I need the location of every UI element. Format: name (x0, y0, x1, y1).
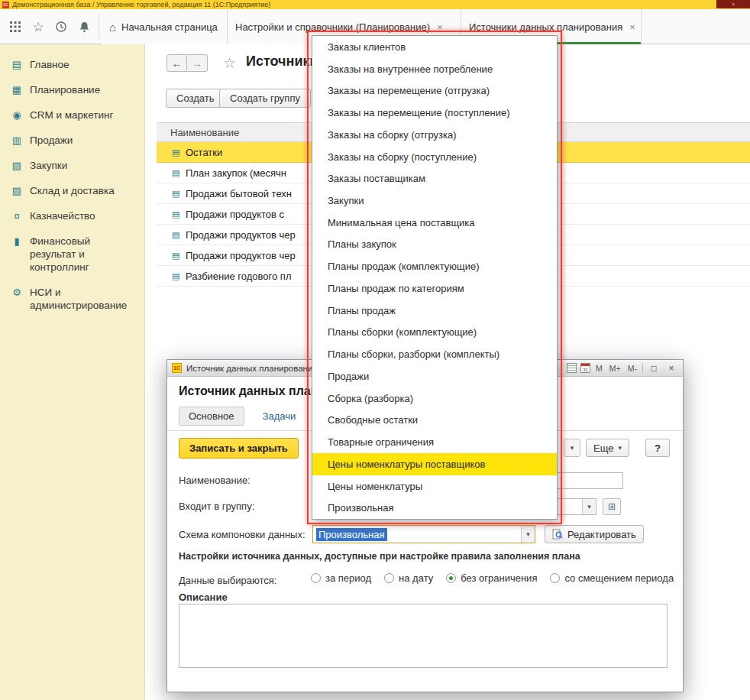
dropdown-item[interactable]: Планы сборки, разборки (комплекты) (312, 343, 557, 365)
row-label: Продажи бытовой техн (186, 188, 292, 199)
sidebar-item-sales[interactable]: ▥Продажи (0, 128, 144, 153)
spreadsheet-icon[interactable] (567, 363, 577, 373)
dropdown-item[interactable]: Заказы на сборку (поступление) (312, 146, 557, 168)
dropdown-item[interactable]: Цены номенклатуры (312, 475, 557, 497)
tab-close-icon[interactable]: × (629, 21, 635, 33)
back-button[interactable]: ← (166, 54, 187, 72)
radio-na-datu[interactable]: на дату (384, 572, 433, 584)
dropdown-item[interactable]: Планы продаж (312, 300, 557, 322)
dropdown-item[interactable]: Сборка (разборка) (312, 387, 557, 410)
sidebar-item-label: Главное (30, 58, 70, 71)
save-and-close-button[interactable]: Записать и закрыть (179, 438, 299, 459)
window-close-button[interactable]: × (716, 0, 750, 8)
tab-home-label: Начальная страница (121, 21, 218, 33)
dropdown-item[interactable]: Планы продаж (комплектующие) (312, 255, 557, 277)
dropdown-item[interactable]: Товарные ограничения (312, 431, 557, 453)
sidebar-item-label: Финансовый результат и контроллинг (30, 235, 138, 274)
chevron-down-icon: ▾ (618, 444, 622, 452)
sidebar-item-treasury[interactable]: ¤Казначейство (0, 203, 144, 228)
toolbar-separator (99, 14, 99, 40)
restore-window-icon[interactable]: □ (647, 362, 661, 374)
dropdown-item[interactable]: Заказы на перемещение (поступление) (312, 102, 557, 124)
edit-magnifier-icon (552, 529, 563, 540)
row-label: Остатки (186, 147, 222, 158)
group-dropdown-arrow-icon[interactable]: ▾ (582, 499, 596, 514)
dropdown-item[interactable]: Заказы на внутреннее потребление (312, 58, 557, 80)
favorites-icon[interactable]: ☆ (29, 18, 47, 36)
planning-section-icon: ▦ (11, 83, 23, 96)
dropdown-item[interactable]: Закупки (312, 190, 557, 212)
form-tab-tasks[interactable]: Задачи (263, 410, 296, 422)
row-label: Продажи продуктов чер (186, 229, 296, 241)
dropdown-item[interactable]: Свободные остатки (312, 409, 557, 431)
calc-m-minus-button[interactable]: M- (626, 363, 638, 374)
sidebar-item-label: НСИ и администрирование (30, 286, 138, 312)
split-button-arrow[interactable]: ▾ (564, 439, 580, 457)
dropdown-item[interactable]: Планы продаж по категориям (312, 277, 557, 300)
more-button[interactable]: Еще ▾ (586, 439, 629, 457)
sidebar-item-label: Продажи (30, 134, 73, 147)
form-tab-main[interactable]: Основное (179, 407, 244, 426)
add-to-favorites-star-icon[interactable]: ☆ (223, 54, 236, 72)
dropdown-item[interactable]: Заказы на перемещение (отгрузка) (312, 79, 557, 102)
admin-gear-icon: ⚙ (11, 286, 23, 312)
tab-home[interactable]: ⌂ Начальная страница (102, 9, 228, 44)
tab-sources-label: Источники данных планирования (469, 21, 622, 33)
data-source-icon: ▤ (172, 168, 186, 178)
group-choose-from-list-button[interactable]: ⊞ (603, 498, 621, 515)
help-button[interactable]: ? (645, 439, 670, 457)
sidebar-item-nsi-admin[interactable]: ⚙НСИ и администрирование (0, 280, 144, 318)
create-button[interactable]: Создать (166, 89, 225, 108)
radio-label: на дату (399, 572, 433, 584)
description-textarea[interactable] (179, 604, 668, 668)
dropdown-item[interactable]: Заказы на сборку (отгрузка) (312, 124, 557, 146)
window-titlebar: 1С Демонстрационная база / Управление то… (0, 0, 750, 9)
dropdown-item-selected[interactable]: Цены номенклатуры поставщиков (312, 453, 557, 475)
data-source-icon: ▤ (172, 251, 186, 261)
forward-button[interactable]: → (187, 54, 208, 72)
calc-m-plus-button[interactable]: M+ (608, 363, 622, 374)
edit-schema-button[interactable]: Редактировать (545, 525, 644, 543)
schema-combobox[interactable]: Произвольная ▾ (312, 525, 535, 543)
dropdown-item[interactable]: Планы закупок (312, 234, 557, 256)
service-menu-icon[interactable] (6, 18, 24, 36)
dropdown-item[interactable]: Продажи (312, 365, 557, 387)
schema-dropdown-arrow-icon[interactable]: ▾ (521, 526, 535, 543)
sidebar-item-crm[interactable]: ◉CRM и маркетинг (0, 102, 144, 128)
dropdown-item[interactable]: Произвольная (312, 497, 557, 519)
sidebar-item-main[interactable]: ▤Главное (0, 52, 144, 77)
sidebar-item-purchases[interactable]: ▧Закупки (0, 153, 144, 178)
sidebar-item-label: Закупки (30, 159, 67, 172)
sales-section-icon: ▥ (11, 134, 23, 147)
close-dialog-icon[interactable]: × (664, 362, 678, 374)
dropdown-item[interactable]: Планы сборки (комплектующие) (312, 322, 557, 344)
schema-combobox-value: Произвольная (313, 526, 521, 543)
data-select-label: Данные выбираются: (179, 575, 276, 586)
dialog-titlebar-icons: 31 M M+ M- □ × (567, 362, 678, 374)
sidebar-item-label: Казначейство (30, 209, 95, 222)
sidebar-item-planning[interactable]: ▦Планирование (0, 77, 144, 102)
radio-za-period[interactable]: за период (311, 572, 371, 584)
sidebar-item-warehouse[interactable]: ▨Склад и доставка (0, 178, 144, 203)
section-sidebar: ▤Главное ▦Планирование ◉CRM и маркетинг … (0, 44, 145, 700)
sidebar-item-financial-result[interactable]: ▮Финансовый результат и контроллинг (0, 228, 144, 280)
calc-m-button[interactable]: M (594, 363, 604, 374)
settings-section-header: Настройки источника данных, доступные пр… (179, 551, 580, 562)
data-source-icon: ▤ (172, 147, 186, 157)
tab-close-icon[interactable]: × (437, 21, 443, 33)
row-label: План закупок (месячн (186, 167, 286, 179)
data-source-icon: ▤ (172, 189, 186, 199)
dropdown-item[interactable]: Минимальная цена поставщика (312, 212, 557, 234)
finance-section-icon: ▮ (11, 235, 23, 274)
dropdown-item[interactable]: Заказы поставщикам (312, 167, 557, 190)
tab-settings-label: Настройки и справочники (Планирование) (235, 21, 430, 33)
radio-so-smeshcheniem[interactable]: со смещением периода (550, 572, 674, 584)
sidebar-item-label: Планирование (30, 83, 100, 96)
schema-field-label: Схема компоновки данных: (179, 529, 305, 540)
notifications-bell-icon[interactable] (75, 18, 93, 36)
history-icon[interactable] (52, 18, 70, 36)
radio-bez-ogranicheniya[interactable]: без ограничения (446, 572, 537, 584)
calendar-icon[interactable]: 31 (580, 363, 590, 373)
dropdown-item[interactable]: Заказы клиентов (312, 36, 557, 58)
create-group-button[interactable]: Создать группу (219, 89, 311, 108)
